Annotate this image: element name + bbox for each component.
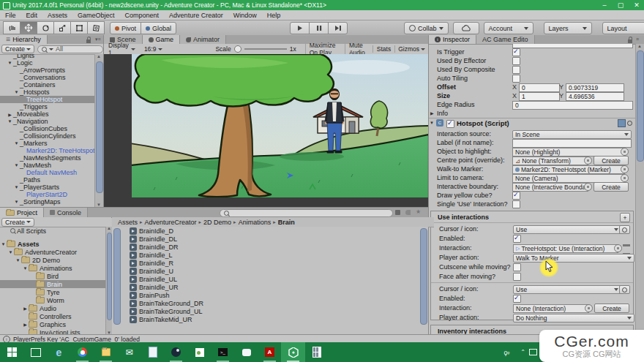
scale-slider-knob[interactable]: [234, 45, 242, 53]
offset-x-field[interactable]: 0: [519, 83, 560, 92]
interactive-boundary-field[interactable]: None (Interactive Bounda: [512, 183, 588, 192]
hierarchy-menu-icon[interactable]: ▾≡: [95, 37, 101, 42]
task-view-icon[interactable]: [29, 346, 42, 358]
hierarchy-item[interactable]: _CollisionCubes: [0, 125, 94, 132]
aspect-dropdown[interactable]: 16:9: [144, 45, 163, 53]
hierarchy-item[interactable]: ▼_Hotspots: [0, 88, 94, 96]
hierarchy-create-button[interactable]: Create: [1, 45, 34, 53]
add-use-interaction-button[interactable]: +: [620, 213, 630, 222]
account-dropdown[interactable]: Account: [484, 22, 533, 34]
hand-tool-button[interactable]: [3, 21, 20, 34]
tab-inspector[interactable]: iInspector: [429, 35, 476, 44]
chrome-icon[interactable]: [76, 346, 89, 358]
project-item[interactable]: ▶Audio: [0, 304, 105, 312]
tab-game[interactable]: Game: [143, 35, 181, 44]
photos-icon[interactable]: [193, 346, 206, 358]
project-item[interactable]: Bird: [0, 272, 105, 280]
hierarchy-search-input[interactable]: All: [37, 45, 103, 53]
hotspot-enabled-checkbox[interactable]: [446, 120, 454, 128]
breadcrumb-item[interactable]: Animations: [239, 219, 272, 226]
unity-taskbar-icon[interactable]: [287, 346, 299, 358]
centre-point-create-button[interactable]: Create: [594, 156, 629, 165]
hierarchy-item[interactable]: ▶_Moveables: [0, 110, 94, 118]
file-item[interactable]: BrainIdle_U: [112, 267, 428, 275]
cursor-gear-button-2[interactable]: [619, 285, 630, 294]
cursor-icon-dropdown-2[interactable]: Use: [513, 285, 621, 294]
file-item[interactable]: BrainPush: [112, 291, 428, 299]
hierarchy-item[interactable]: ▼_Markers: [0, 140, 94, 147]
collab-dropdown[interactable]: Collab: [404, 22, 449, 34]
info-fold-arrow[interactable]: ▶: [430, 110, 434, 116]
project-item-assets[interactable]: ▼Assets: [0, 240, 105, 248]
hierarchy-item[interactable]: _Containers: [0, 81, 94, 88]
project-item-all-scripts[interactable]: All Scripts: [0, 227, 105, 235]
menu-window[interactable]: Window: [228, 10, 262, 20]
window-maximize-button[interactable]: ▢: [613, 0, 628, 10]
cloud-button[interactable]: [453, 22, 479, 34]
start-button[interactable]: [6, 346, 18, 358]
rect-tool-button[interactable]: [70, 21, 88, 34]
breadcrumb-item[interactable]: AdventureCreator: [145, 219, 197, 226]
tab-project[interactable]: Project: [0, 208, 44, 217]
file-list-left-scrollbar[interactable]: [113, 228, 121, 325]
file-item[interactable]: BrainIdle_R: [112, 259, 428, 267]
menu-help[interactable]: Help: [262, 10, 286, 20]
hierarchy-item[interactable]: _Lights: [0, 54, 94, 59]
hierarchy-item[interactable]: ▼_Navigation: [0, 118, 94, 125]
use1-interaction-field[interactable]: ▷TreeHotspot: Use (Interaction): [513, 244, 618, 253]
mail-icon[interactable]: ✉: [123, 346, 135, 358]
hierarchy-item-prefab[interactable]: Default NavMesh: [0, 169, 94, 176]
object-picker-icon[interactable]: [584, 183, 592, 191]
global-toggle-button[interactable]: Global: [141, 22, 176, 34]
menu-adventure-creator[interactable]: Adventure Creator: [164, 10, 228, 20]
window-minimize-button[interactable]: –: [597, 0, 612, 10]
move-tool-button[interactable]: [20, 21, 37, 34]
file-item[interactable]: BrainIdle_DL: [112, 235, 428, 243]
acrobat-icon[interactable]: A: [263, 346, 276, 358]
component-gear-icon[interactable]: [627, 120, 632, 127]
object-picker-icon[interactable]: [584, 157, 592, 165]
hierarchy-item[interactable]: _ArrowPrompts: [0, 67, 94, 74]
project-item[interactable]: Tyre: [0, 288, 105, 296]
label-filter-icon[interactable]: [405, 210, 411, 215]
hierarchy-item[interactable]: ▼_NavMesh: [0, 162, 94, 169]
edge-icon[interactable]: e: [53, 346, 65, 358]
project-item[interactable]: ▶Graphics: [0, 320, 105, 328]
hotspot-fold-arrow[interactable]: ▼: [430, 121, 434, 125]
inspector-scrollbar[interactable]: ▲ ▼: [635, 44, 644, 334]
messaging-icon[interactable]: [240, 346, 252, 358]
project-item[interactable]: ▼2D Demo: [0, 256, 105, 264]
project-item[interactable]: Worm: [0, 296, 105, 304]
use2-create-button[interactable]: Create: [594, 303, 629, 313]
pause-button[interactable]: [309, 22, 329, 34]
object-picker-icon[interactable]: [614, 244, 622, 252]
file-item[interactable]: BrainIdle_UL: [112, 275, 428, 283]
presets-cube-icon[interactable]: [618, 119, 626, 127]
hierarchy-item[interactable]: _NavMeshSegments: [0, 154, 94, 162]
asset-store-icon[interactable]: [395, 210, 400, 215]
tray-device-icon[interactable]: [527, 346, 539, 358]
auto-tiling-checkbox[interactable]: [512, 75, 520, 83]
hierarchy-item[interactable]: _Paths: [0, 176, 94, 184]
edge-radius-field[interactable]: 0: [512, 101, 633, 110]
play-button[interactable]: [290, 22, 310, 34]
used-by-composite-checkbox[interactable]: [512, 66, 520, 74]
hierarchy-item-prefab[interactable]: Marker2D: TreeHotspot: [0, 147, 94, 154]
file-item[interactable]: BrainTakeGround_UL: [112, 307, 428, 315]
breadcrumb-item[interactable]: 2D Demo: [203, 219, 231, 226]
step-button[interactable]: [328, 22, 348, 34]
scale-slider[interactable]: Scale 1x: [215, 45, 296, 53]
document-icon[interactable]: [146, 346, 159, 358]
interaction-source-dropdown[interactable]: In Scene: [512, 130, 632, 139]
steam-icon[interactable]: [170, 346, 182, 358]
file-item[interactable]: BrainIdle_UR: [112, 283, 428, 291]
single-use-interaction-checkbox[interactable]: [512, 200, 520, 208]
use2-interaction-field[interactable]: None (Interaction): [513, 304, 589, 313]
gizmos-dropdown[interactable]: Gizmos: [394, 45, 428, 53]
draw-yellow-cube-checkbox[interactable]: [512, 192, 520, 200]
project-item[interactable]: ▼Animations: [0, 264, 105, 272]
size-y-field[interactable]: 4.696536: [566, 92, 624, 101]
file-item[interactable]: BrainTakeGround_DR: [112, 299, 428, 307]
project-item[interactable]: ▼AdventureCreator: [0, 248, 105, 256]
project-search-input[interactable]: [220, 209, 393, 217]
